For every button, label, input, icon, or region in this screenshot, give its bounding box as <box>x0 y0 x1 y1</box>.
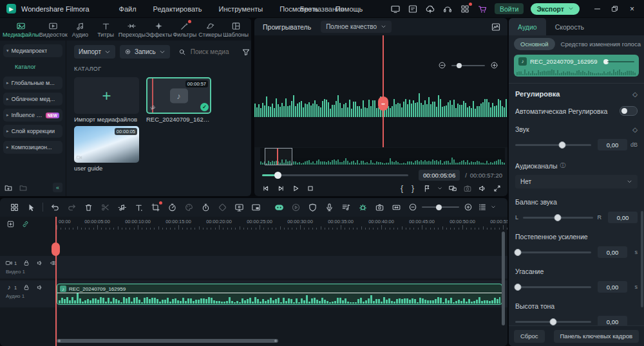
tree-item-0[interactable]: ▾Медиапроект <box>3 44 62 57</box>
prev-frame-icon[interactable] <box>261 184 270 193</box>
volume-knob[interactable] <box>559 141 566 149</box>
audio-clip-tile[interactable]: ♪✓00:00:57 <box>146 77 211 114</box>
close-button[interactable]: × <box>628 5 636 13</box>
fade-in-value[interactable]: 0,00 <box>598 246 627 258</box>
login-button[interactable]: Войти <box>495 3 524 14</box>
timeline-body[interactable]: 00:0000:00:05:0000:00:10:0000:00:15:0000… <box>0 217 507 346</box>
new-folder-icon[interactable] <box>4 183 13 192</box>
zoom-out-icon[interactable] <box>438 61 446 69</box>
volume-slider[interactable] <box>515 144 591 146</box>
clip-mini-slider[interactable] <box>603 59 634 64</box>
play-icon[interactable] <box>291 184 300 193</box>
balance-knob[interactable] <box>554 214 562 221</box>
toolbar-button-detach-audio[interactable] <box>113 203 130 212</box>
chevron-down-icon[interactable] <box>437 186 442 191</box>
lock-icon[interactable] <box>23 284 30 291</box>
chevron-right-icon[interactable]: ▸ <box>6 80 9 86</box>
fullscreen-icon[interactable] <box>493 184 502 193</box>
chevron-down-icon[interactable]: ▾ <box>6 48 9 53</box>
tree-item-4[interactable]: ▸Influence KitNEW <box>3 109 62 122</box>
zoom-slider[interactable] <box>451 65 485 66</box>
selected-clip-card[interactable]: ♪ REC_20240709_162959 <box>514 55 639 77</box>
zoom-out-icon[interactable] <box>408 203 417 212</box>
property-tab-скорость[interactable]: Скорость <box>546 18 593 35</box>
tab-stock[interactable]: Видеосток <box>39 18 68 41</box>
toolbar-button-denoise[interactable] <box>354 203 371 212</box>
display-icon[interactable] <box>390 4 401 14</box>
chevron-right-icon[interactable]: ▸ <box>6 145 9 150</box>
tab-titles[interactable]: Титры <box>93 18 118 41</box>
keyframe-panel-button[interactable]: Панель ключевых кадров <box>554 330 639 343</box>
next-frame-icon[interactable] <box>276 184 285 193</box>
tab-media[interactable]: Медиафайлы <box>3 18 39 41</box>
mute-icon[interactable] <box>36 284 44 291</box>
filter-icon[interactable] <box>242 48 251 57</box>
mark-in-icon[interactable]: { <box>401 184 406 193</box>
tab-audio[interactable]: Аудио <box>68 18 93 41</box>
tab-filters[interactable]: Фильтры <box>172 18 198 41</box>
preview-playhead-handle[interactable]: ◂▸ <box>378 96 388 111</box>
volume-icon[interactable] <box>478 184 487 193</box>
mark-out-icon[interactable]: } <box>412 184 417 193</box>
auto-adjust-toggle[interactable] <box>620 106 638 116</box>
chevron-right-icon[interactable]: ▸ <box>6 129 9 134</box>
toolbar-button-split-scissors[interactable] <box>97 203 113 212</box>
pitch-knob[interactable] <box>550 318 557 325</box>
zoom-in-icon[interactable] <box>464 203 473 212</box>
timeline-playhead[interactable] <box>55 217 57 346</box>
timeline-ruler[interactable]: 00:0000:00:05:0000:00:10:0000:00:15:0000… <box>57 217 507 231</box>
timeline-zoom-knob[interactable] <box>436 205 442 210</box>
menu-item-1[interactable]: Редактировать <box>153 5 202 13</box>
track-manager-button[interactable] <box>478 203 496 212</box>
toolbar-button-grid-view[interactable] <box>6 203 23 212</box>
toolbar-button-mic[interactable] <box>321 203 337 212</box>
toolbar-button-marker-box[interactable] <box>388 203 404 212</box>
toolbar-button-speed[interactable] <box>164 203 180 212</box>
tab-templates[interactable]: Шаблоны <box>223 18 249 41</box>
collapse-sidebar-button[interactable]: « <box>53 183 62 192</box>
tab-effects[interactable]: Эффекты <box>146 18 172 41</box>
snapshot-frame-icon[interactable] <box>408 4 418 14</box>
zoom-in-icon[interactable] <box>490 61 498 69</box>
minimize-button[interactable] <box>593 5 601 13</box>
timeline-vertical-scrollbar[interactable] <box>502 232 505 325</box>
quality-dropdown[interactable]: Полное качество <box>321 21 392 33</box>
restore-button[interactable] <box>611 5 619 13</box>
toolbar-button-crop[interactable] <box>147 203 164 212</box>
toolbar-button-undo[interactable] <box>46 203 63 212</box>
marker-flag-icon[interactable] <box>422 184 431 193</box>
toolbar-button-timer[interactable] <box>197 203 214 212</box>
fade-out-knob[interactable] <box>514 284 521 291</box>
panel-scrollbar[interactable] <box>641 211 643 307</box>
balance-slider[interactable] <box>523 217 592 219</box>
toolbar-button-color-palette[interactable] <box>180 203 197 212</box>
zoom-slider-knob[interactable] <box>457 63 462 68</box>
toolbar-button-snapshot-camera[interactable] <box>371 203 388 212</box>
pitch-slider[interactable] <box>515 321 591 323</box>
toolbar-button-trash[interactable] <box>80 203 97 212</box>
volume-value[interactable]: 0,00 <box>598 139 627 150</box>
keyframe-diamond-icon[interactable]: ◇ <box>632 91 638 98</box>
export-button[interactable]: Экспорт <box>531 3 580 15</box>
mute-icon[interactable] <box>36 259 44 267</box>
fade-in-slider[interactable] <box>515 251 591 253</box>
tab-stickers[interactable]: Стикеры <box>198 18 223 41</box>
menu-item-2[interactable]: Инструменты <box>219 5 263 13</box>
tree-item-3[interactable]: ▸Облачное мед... <box>3 93 62 105</box>
subtab-basic[interactable]: Основной <box>514 38 555 50</box>
video-track-lane[interactable] <box>0 256 507 278</box>
toolbar-button-shield[interactable] <box>304 203 321 212</box>
fade-out-value[interactable]: 0,00 <box>598 281 627 293</box>
video-clip-tile[interactable]: 00:00:05 <box>74 126 139 163</box>
toolbar-button-music-list[interactable] <box>337 203 354 212</box>
timeline-horizontal-scrollbar[interactable] <box>57 339 278 343</box>
seek-slider[interactable] <box>262 174 408 176</box>
chevron-right-icon[interactable]: ▸ <box>6 113 9 118</box>
add-to-track-icon[interactable] <box>6 220 15 228</box>
toolbar-button-select-tool[interactable] <box>23 203 39 212</box>
info-icon[interactable]: ⓘ <box>560 161 566 170</box>
menu-item-0[interactable]: Файл <box>119 5 137 13</box>
chevron-right-icon[interactable]: ▸ <box>6 96 9 102</box>
audio-overview-strip[interactable] <box>260 148 505 165</box>
folder-icon[interactable] <box>19 183 28 192</box>
